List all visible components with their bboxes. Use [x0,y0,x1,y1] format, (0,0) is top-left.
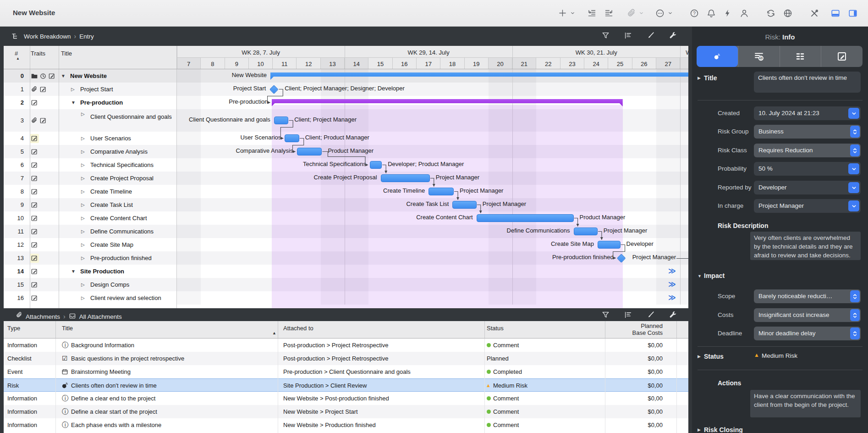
created-field[interactable]: 10. July 2024 at 21:23 [754,106,861,120]
brush-icon[interactable] [646,311,655,321]
format-icon[interactable] [624,311,632,321]
column-header-costs[interactable]: PlannedBase Costs [571,322,663,336]
risk-description-text[interactable]: Very often clients are overwhelmed by th… [750,232,861,260]
note-icon[interactable] [31,175,38,184]
attachment-row[interactable]: InformationⓘDefine a clear end to the pr… [4,392,688,405]
column-header[interactable]: Type [7,324,20,332]
actions-text[interactable]: Have a clear communication with the clie… [750,390,861,417]
network-icon[interactable] [783,8,793,18]
disclosure-triangle[interactable]: ▷ [81,172,85,185]
disclosure-triangle[interactable]: ▼ [61,69,66,83]
attachment-row[interactable]: InformationⓘEach phase ends with a miles… [4,418,688,432]
dropdown-button[interactable] [848,163,859,174]
breadcrumb-view[interactable]: All Attachments [79,313,122,320]
disclosure-triangle[interactable]: ▷ [81,109,85,132]
wrench-icon[interactable] [669,31,677,42]
gantt-bar-task[interactable] [452,201,476,209]
help-icon[interactable]: ? [689,8,699,18]
note-icon[interactable] [31,99,38,108]
note-icon[interactable] [31,294,38,304]
impact-costs-field[interactable]: Insignificant cost increase [754,308,861,322]
note-icon[interactable] [48,72,55,82]
note-icon[interactable] [31,135,38,144]
impact-scope-field[interactable]: Barely noticeable reducti… [754,289,861,303]
user-icon[interactable] [739,8,749,18]
toggle-right-panel-icon[interactable] [848,8,858,18]
reported-by-field[interactable]: Developer [754,181,861,194]
activity-icon[interactable] [723,8,732,18]
paperclip-icon[interactable] [31,117,38,126]
notes-tab[interactable] [821,46,863,67]
gantt-bar-task[interactable] [297,148,322,155]
disclosure-triangle[interactable]: ▷ [81,211,85,225]
note-icon[interactable] [31,268,38,277]
disclosure-triangle[interactable]: ▶ [698,76,701,80]
customize-icon[interactable] [809,8,819,18]
attachment-row[interactable]: InformationⓘBackground InformationPost-p… [4,339,688,352]
note-icon[interactable] [31,161,38,171]
disclosure-triangle[interactable]: ▷ [81,278,85,291]
sync-icon[interactable] [766,8,776,18]
note-icon[interactable] [31,228,38,237]
filter-icon[interactable] [601,31,610,42]
risk-class-field[interactable]: Requires Reduction [754,144,861,157]
disclosure-triangle[interactable]: ▷ [81,291,85,305]
dropdown-button[interactable] [848,200,859,211]
in-charge-field[interactable]: Project Manager [754,199,861,213]
disclosure-triangle[interactable]: ▷ [81,158,85,172]
gantt-bar-task[interactable] [381,174,430,182]
attachment-row[interactable]: InformationⓘDefine a clear start of the … [4,405,688,418]
indent-icon[interactable] [587,8,597,18]
filter-icon[interactable] [601,311,610,321]
gantt-bar-task[interactable] [598,241,621,249]
stepper-button[interactable] [850,290,860,302]
more-circle-icon[interactable] [655,8,665,18]
note-icon[interactable] [31,148,38,157]
disclosure-triangle[interactable]: ▷ [71,83,75,96]
risk-group-field[interactable]: Business [754,125,861,139]
stepper-button[interactable] [850,144,860,156]
more-chevron-icon[interactable] [668,11,673,16]
gantt-bar-task[interactable] [274,117,288,124]
note-icon[interactable] [39,86,47,95]
disclosure-triangle[interactable]: ▶ [698,354,701,359]
gantt-bar-task[interactable] [574,228,598,235]
gantt-bar-task[interactable] [477,214,574,222]
gantt-bar-task[interactable] [429,188,454,195]
disclosure-triangle[interactable]: ▷ [81,132,85,145]
disclosure-triangle[interactable]: ▷ [81,145,85,158]
breadcrumb-section[interactable]: Attachments [26,313,60,320]
breadcrumb-section[interactable]: Work Breakdown [24,33,71,40]
column-header[interactable]: Status [487,324,504,332]
dropdown-button[interactable] [848,182,859,193]
disclosure-triangle[interactable]: ▷ [81,185,85,198]
add-chevron-icon[interactable] [570,11,575,16]
disclosure-triangle[interactable]: ▼ [71,96,76,109]
note-icon[interactable] [31,281,38,290]
format-icon[interactable] [624,31,632,42]
notifications-icon[interactable] [706,8,716,18]
gantt-bar-task[interactable] [370,161,382,169]
disclosure-triangle[interactable]: ▼ [698,274,702,278]
note-icon[interactable] [31,215,38,224]
folder-icon[interactable] [31,72,38,82]
column-header[interactable]: Title [62,324,73,332]
column-header[interactable]: Attached to [283,324,313,332]
outdent-icon[interactable] [604,8,614,18]
probability-field[interactable]: 50 % [754,162,861,176]
breadcrumb-view[interactable]: Entry [79,33,94,40]
column-header-traits[interactable]: Traits [31,49,45,57]
risk-tab[interactable] [697,46,738,67]
disclosure-triangle[interactable]: ▷ [81,238,85,251]
dropdown-button[interactable] [848,108,859,119]
link-attach-icon[interactable] [626,8,636,18]
brush-icon[interactable] [646,31,655,42]
toggle-bottom-panel-icon[interactable] [830,8,841,18]
paperclip-icon[interactable] [31,86,38,94]
attachment-row[interactable]: Checklist☑Basic questions in the project… [4,352,688,365]
column-header-title[interactable]: Title [61,49,72,57]
disclosure-triangle[interactable]: ▷ [81,225,85,238]
disclosure-triangle[interactable]: ▶ [698,427,701,432]
impact-deadline-field[interactable]: Minor deadline delay [754,327,861,340]
attachment-row[interactable]: RiskClients often don't review in timeSi… [4,378,688,392]
